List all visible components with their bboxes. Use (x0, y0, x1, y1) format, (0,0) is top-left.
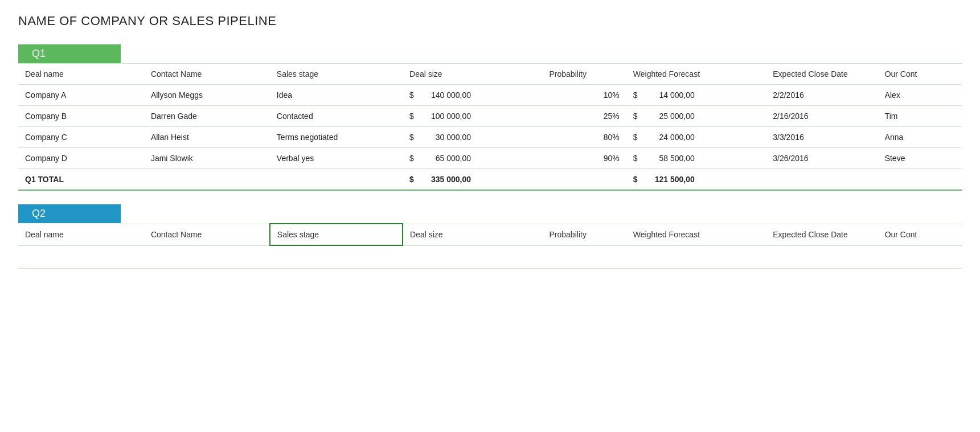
q1-r4-probability: 90% (543, 148, 626, 169)
q1-column-headers: Deal name Contact Name Sales stage Deal … (18, 64, 962, 85)
q1-r1-deal-size-symbol: $ (409, 90, 420, 100)
q2-empty-4 (403, 245, 542, 268)
q1-row-1: Company A Allyson Meggs Idea $ 140 000,0… (18, 85, 962, 106)
q2-col-header-contact-name: Contact Name (144, 224, 270, 245)
q2-header: Q2 (18, 204, 121, 223)
q1-r3-close-date: 3/3/2016 (766, 127, 878, 148)
q2-column-headers: Deal name Contact Name Sales stage Deal … (18, 224, 962, 245)
q1-r3-our-contact: Anna (878, 127, 962, 148)
q1-r4-close-date: 3/26/2016 (766, 148, 878, 169)
q2-section: Q2 Deal name Contact Name Sales stage De… (18, 204, 962, 269)
q2-empty-1 (18, 245, 144, 268)
q1-r1-weighted: $ 14 000,00 (626, 85, 766, 106)
q1-r3-contact-name: Allan Heist (144, 127, 270, 148)
q2-empty-2 (144, 245, 270, 268)
q1-r3-weighted-amount: 24 000,00 (643, 133, 695, 142)
q1-total-weighted-symbol: $ (633, 175, 643, 184)
q1-row-4: Company D Jami Slowik Verbal yes $ 65 00… (18, 148, 962, 169)
col-header-deal-size: Deal size (403, 64, 542, 85)
q1-total-deal-size-symbol: $ (409, 175, 420, 184)
q1-r4-weighted-symbol: $ (633, 154, 643, 163)
q2-empty-8 (878, 245, 962, 268)
col-header-our-contact: Our Cont (878, 64, 962, 85)
q1-total-empty-contact2 (878, 169, 962, 191)
q1-r1-contact-name: Allyson Meggs (144, 85, 270, 106)
q1-total-empty-contact (144, 169, 270, 191)
q1-r2-probability: 25% (543, 106, 626, 127)
q1-total-empty-date (766, 169, 878, 191)
q1-r2-deal-name: Company B (18, 106, 144, 127)
q1-r4-weighted: $ 58 500,00 (626, 148, 766, 169)
col-header-deal-name: Deal name (18, 64, 144, 85)
page-title: NAME OF COMPANY OR SALES PIPELINE (18, 14, 962, 28)
q1-r3-deal-name: Company C (18, 127, 144, 148)
q1-total-empty-stage (270, 169, 403, 191)
q1-r2-deal-size: $ 100 000,00 (403, 106, 542, 127)
q2-col-header-deal-name: Deal name (18, 224, 144, 245)
q1-total-deal-size: $ 335 000,00 (403, 169, 542, 191)
q1-r3-deal-size-symbol: $ (409, 133, 420, 142)
col-header-weighted-forecast: Weighted Forecast (626, 64, 766, 85)
q1-row-3: Company C Allan Heist Terms negotiated $… (18, 127, 962, 148)
q1-section: Q1 Deal name Contact Name Sales stage De… (18, 44, 962, 191)
q1-r1-deal-size: $ 140 000,00 (403, 85, 542, 106)
q1-total-weighted: $ 121 500,00 (626, 169, 766, 191)
q2-empty-6 (626, 245, 766, 268)
q1-r2-close-date: 2/16/2016 (766, 106, 878, 127)
q1-r4-weighted-amount: 58 500,00 (643, 154, 695, 163)
q2-col-header-deal-size: Deal size (403, 224, 542, 245)
col-header-probability: Probability (543, 64, 626, 85)
q1-r1-weighted-amount: 14 000,00 (643, 90, 695, 100)
q2-empty-5 (543, 245, 626, 268)
q1-r1-weighted-symbol: $ (633, 90, 643, 100)
q2-col-header-sales-stage[interactable]: Sales stage (270, 224, 403, 245)
q2-col-header-our-contact: Our Cont (878, 224, 962, 245)
q2-empty-3 (270, 245, 403, 268)
section-spacer (18, 191, 962, 204)
q1-r3-probability: 80% (543, 127, 626, 148)
q1-r4-deal-size: $ 65 000,00 (403, 148, 542, 169)
q1-r4-our-contact: Steve (878, 148, 962, 169)
col-header-contact-name: Contact Name (144, 64, 270, 85)
q1-total-label: Q1 TOTAL (18, 169, 144, 191)
q1-r4-deal-size-symbol: $ (409, 154, 420, 163)
q1-r2-weighted-symbol: $ (633, 112, 643, 121)
q1-r1-sales-stage: Idea (270, 85, 403, 106)
q1-r1-close-date: 2/2/2016 (766, 85, 878, 106)
q1-total-deal-size-amount: 335 000,00 (420, 175, 471, 184)
q1-r2-weighted-amount: 25 000,00 (643, 112, 695, 121)
q1-r1-deal-size-amount: 140 000,00 (420, 90, 471, 100)
q1-r2-sales-stage: Contacted (270, 106, 403, 127)
q1-r2-contact-name: Darren Gade (144, 106, 270, 127)
q1-r3-weighted-symbol: $ (633, 133, 643, 142)
q1-r2-deal-size-symbol: $ (409, 112, 420, 121)
q1-header: Q1 (18, 44, 121, 63)
q1-r3-deal-size-amount: 30 000,00 (420, 133, 471, 142)
q2-table: Deal name Contact Name Sales stage Deal … (18, 223, 962, 269)
col-header-expected-close-date: Expected Close Date (766, 64, 878, 85)
q1-r1-deal-name: Company A (18, 85, 144, 106)
q1-r2-weighted: $ 25 000,00 (626, 106, 766, 127)
q2-empty-7 (766, 245, 878, 268)
q1-row-2: Company B Darren Gade Contacted $ 100 00… (18, 106, 962, 127)
q1-total-row: Q1 TOTAL $ 335 000,00 $ 121 500,00 (18, 169, 962, 191)
q2-empty-row (18, 245, 962, 268)
q2-col-header-weighted-forecast: Weighted Forecast (626, 224, 766, 245)
q1-r4-deal-size-amount: 65 000,00 (420, 154, 471, 163)
q2-col-header-expected-close-date: Expected Close Date (766, 224, 878, 245)
q1-table: Deal name Contact Name Sales stage Deal … (18, 63, 962, 191)
q1-r4-contact-name: Jami Slowik (144, 148, 270, 169)
q1-r3-weighted: $ 24 000,00 (626, 127, 766, 148)
q1-r3-sales-stage: Terms negotiated (270, 127, 403, 148)
q1-r4-deal-name: Company D (18, 148, 144, 169)
q1-r1-our-contact: Alex (878, 85, 962, 106)
q1-total-empty-prob (543, 169, 626, 191)
q1-total-weighted-amount: 121 500,00 (643, 175, 695, 184)
q1-r4-sales-stage: Verbal yes (270, 148, 403, 169)
col-header-sales-stage: Sales stage (270, 64, 403, 85)
q2-col-header-probability: Probability (543, 224, 626, 245)
q1-r1-probability: 10% (543, 85, 626, 106)
q1-r2-deal-size-amount: 100 000,00 (420, 112, 471, 121)
q1-r3-deal-size: $ 30 000,00 (403, 127, 542, 148)
q1-r2-our-contact: Tim (878, 106, 962, 127)
